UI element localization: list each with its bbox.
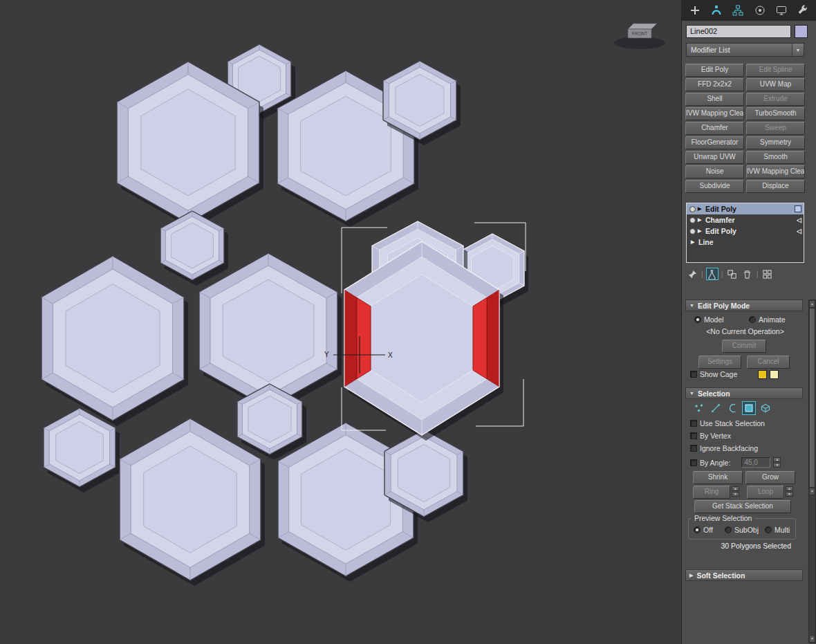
panel-scrollbar[interactable]: ▲ ▼ ▼ — [808, 300, 816, 643]
object-name-field[interactable]: Line002 — [686, 25, 791, 38]
by-angle-field[interactable]: 45,0 — [741, 457, 770, 468]
checkbox-icon[interactable] — [690, 445, 697, 452]
modifier-button[interactable]: Chamfer — [685, 122, 744, 135]
hex-tile[interactable] — [160, 211, 228, 286]
remove-modifier-icon[interactable] — [741, 268, 754, 280]
model-radio[interactable]: Model — [694, 315, 724, 324]
modifier-button[interactable]: Sweep — [746, 122, 805, 135]
preview-subobj-radio[interactable]: SubObj — [725, 526, 759, 534]
modifier-button[interactable]: Edit Poly — [685, 64, 744, 77]
selected-polygon-face[interactable] — [473, 297, 487, 379]
edge-subobject-icon[interactable] — [709, 401, 723, 415]
expand-arrow-icon[interactable]: ▶ — [698, 206, 705, 212]
modifier-button[interactable]: UVW Map — [746, 78, 805, 91]
object-color-swatch[interactable] — [795, 25, 808, 38]
commit-button[interactable]: Commit — [722, 340, 766, 353]
vertex-subobject-icon[interactable] — [692, 401, 706, 415]
create-tab-icon[interactable] — [688, 3, 702, 17]
visibility-toggle-icon[interactable] — [689, 217, 696, 223]
modifier-button[interactable]: Noise — [685, 165, 744, 178]
preview-off-radio[interactable]: Off — [694, 526, 713, 534]
cancel-button[interactable]: Cancel — [747, 356, 790, 369]
selected-polygon-face[interactable] — [344, 290, 357, 387]
visibility-toggle-icon[interactable] — [689, 228, 696, 234]
by-vertex-checkbox[interactable]: By Vertex — [690, 432, 731, 440]
selected-polygon-face[interactable] — [357, 297, 371, 379]
motion-tab-icon[interactable] — [753, 3, 767, 17]
modifier-button[interactable]: Extrude — [746, 93, 805, 106]
utilities-tab-icon[interactable] — [796, 3, 810, 17]
stack-item-edit-poly-2[interactable]: ▶ Edit Poly ◁ — [687, 226, 804, 237]
use-stack-selection-checkbox[interactable]: Use Stack Selection — [690, 419, 765, 427]
make-unique-icon[interactable] — [726, 268, 739, 280]
element-subobject-icon[interactable] — [759, 401, 772, 415]
shrink-button[interactable]: Shrink — [693, 471, 743, 484]
rollout-soft-selection[interactable]: ▶ Soft Selection — [685, 569, 803, 581]
rollout-edit-poly-mode[interactable]: ▼ Edit Poly Mode — [685, 300, 803, 311]
radio-icon[interactable] — [694, 526, 701, 533]
modifier-button[interactable]: Displace — [746, 180, 805, 193]
polygon-subobject-icon[interactable] — [742, 401, 756, 415]
scrollbar-thumb[interactable] — [809, 308, 815, 488]
modify-tab-icon[interactable] — [710, 3, 723, 17]
get-stack-selection-button[interactable]: Get Stack Selection — [694, 500, 791, 513]
checkbox-icon[interactable] — [690, 459, 697, 466]
modifier-button[interactable]: Unwrap UVW — [685, 151, 744, 164]
modifier-button[interactable]: FloorGenerator — [685, 136, 744, 149]
modifier-button[interactable]: IVW Mapping Clea — [685, 107, 744, 120]
pin-stack-icon[interactable] — [686, 268, 698, 280]
modifier-button[interactable]: Shell — [685, 93, 744, 106]
modifier-button[interactable]: Subdivide — [685, 180, 744, 193]
visibility-toggle-icon[interactable] — [689, 206, 696, 212]
display-tab-icon[interactable] — [775, 3, 788, 17]
by-angle-checkbox[interactable]: By Angle: 45,0 ▲▼ — [690, 457, 781, 468]
modifier-button[interactable]: FFD 2x2x2 — [685, 78, 744, 91]
modifier-button[interactable]: Symmetry — [746, 136, 805, 149]
viewport-canvas[interactable]: XYFRONT — [0, 0, 681, 644]
scroll-up-icon[interactable]: ▲ — [809, 300, 815, 308]
modifier-button[interactable]: Smooth — [746, 151, 805, 164]
cage-selected-color-swatch[interactable] — [770, 370, 779, 379]
show-end-result-icon[interactable] — [706, 268, 718, 280]
hierarchy-tab-icon[interactable] — [731, 3, 745, 17]
expand-arrow-icon[interactable]: ▶ — [698, 228, 705, 234]
animate-radio[interactable]: Animate — [749, 315, 786, 324]
view-orientation-gizmo[interactable]: FRONT — [614, 24, 665, 49]
radio-icon[interactable] — [725, 526, 732, 533]
checkbox-icon[interactable] — [690, 420, 697, 427]
cage-color-swatch[interactable] — [758, 370, 767, 379]
modifier-button[interactable]: IVW Mapping Clea — [746, 165, 805, 178]
modifier-button[interactable]: TurboSmooth — [746, 107, 805, 120]
expand-arrow-icon[interactable]: ▶ — [698, 217, 705, 223]
stack-item-line[interactable]: ▶ Line — [687, 237, 804, 248]
scrollbar-track[interactable] — [809, 495, 815, 635]
loop-button[interactable]: Loop — [747, 486, 784, 499]
by-angle-spinner[interactable]: ▲▼ — [773, 457, 781, 468]
checkbox-icon[interactable] — [690, 371, 697, 378]
selected-polygon-face[interactable] — [487, 290, 499, 387]
show-cage-checkbox[interactable]: Show Cage — [690, 370, 737, 378]
modifier-list-dropdown[interactable]: Modifier List ▼ — [686, 43, 804, 57]
dropdown-arrow-icon[interactable]: ▼ — [792, 44, 804, 56]
ring-button[interactable]: Ring — [693, 486, 730, 499]
preview-multi-radio[interactable]: Multi — [765, 526, 790, 534]
stack-item-edit-poly[interactable]: ▶ Edit Poly — [687, 203, 804, 214]
loop-spinner[interactable]: ▲▼ — [786, 486, 793, 497]
configure-modifier-sets-icon[interactable] — [761, 268, 774, 280]
stack-item-chamfer[interactable]: ▶ Chamfer ◁ — [687, 214, 804, 226]
radio-icon[interactable] — [694, 316, 701, 323]
hex-tile[interactable] — [41, 256, 188, 426]
rollout-selection[interactable]: ▼ Selection — [685, 387, 803, 399]
grow-button[interactable]: Grow — [745, 471, 795, 484]
border-subobject-icon[interactable] — [725, 401, 739, 415]
ignore-backfacing-checkbox[interactable]: Ignore Backfacing — [690, 444, 758, 452]
scroll-down-icon[interactable]: ▼ — [809, 488, 815, 495]
radio-icon[interactable] — [765, 526, 772, 533]
radio-icon[interactable] — [749, 316, 756, 323]
scroll-down-icon[interactable]: ▼ — [809, 635, 815, 643]
ring-spinner[interactable]: ▲▼ — [732, 486, 739, 497]
settings-button[interactable]: Settings — [698, 356, 741, 369]
modifier-button[interactable]: Edit Spline — [746, 64, 805, 77]
hex-tile[interactable] — [120, 418, 265, 586]
checkbox-icon[interactable] — [690, 432, 697, 439]
